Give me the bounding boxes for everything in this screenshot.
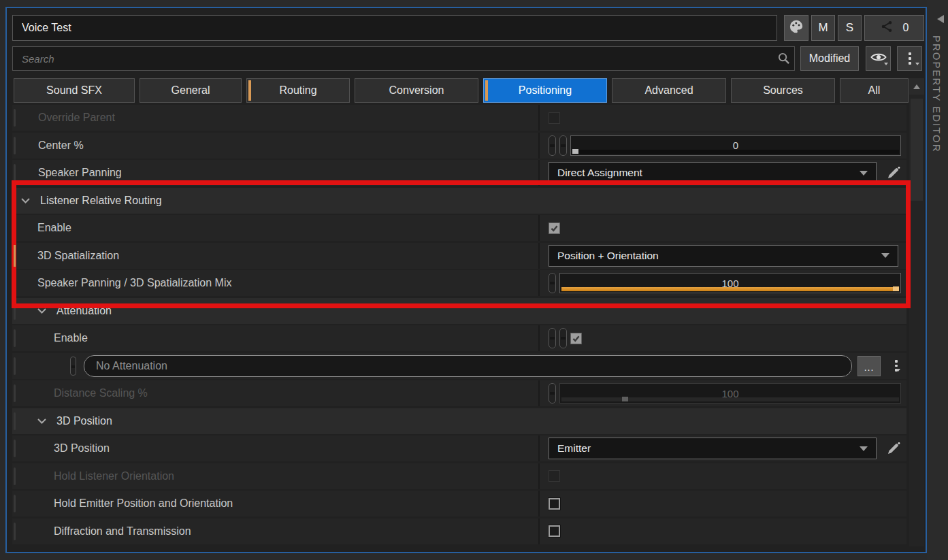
row-distance-scaling: Distance Scaling % 100 [12,380,906,406]
solo-button[interactable]: S [838,15,862,41]
chevron-down-icon [896,369,900,374]
row-center-pct: Center % 0 [12,133,906,159]
slider-handle [622,397,628,401]
row-grip [14,495,16,512]
tab-positioning[interactable]: Positioning [483,78,607,103]
row-grip [14,523,16,540]
row-grip [14,384,16,402]
hold-emitter-checkbox[interactable] [549,498,560,510]
panel-tab-strip: PROPERTY EDITOR [927,0,948,560]
row-hold-emitter: Hold Emitter Position and Orientation [12,491,906,516]
chevron-down-icon [881,253,889,258]
search-input[interactable] [12,46,795,71]
chevron-down-icon[interactable] [37,418,47,425]
tab-general[interactable]: General [140,78,242,103]
slider-grip-icon[interactable] [549,273,556,293]
slider-grip-icon[interactable] [559,328,567,348]
browse-button[interactable]: ... [857,356,881,376]
row-lrr-enable: Enable [12,215,906,241]
references-icon [880,20,894,36]
chevron-down-icon[interactable] [37,308,47,314]
up-triangle-icon [913,81,920,89]
slider-grip-icon[interactable] [70,357,76,376]
panning-mix-label: Speaker Panning / 3D Spatialization Mix [37,277,232,289]
attenuation-reference-field[interactable]: No Attenuation [84,355,852,377]
tab-routing[interactable]: Routing [246,78,350,103]
references-button[interactable]: 0 [864,15,924,41]
edit-pencil-icon[interactable] [886,441,901,456]
slider-track [572,150,899,154]
object-name-input[interactable] [12,15,777,41]
visibility-button[interactable] [866,46,891,71]
collapse-panel-icon[interactable] [933,15,944,23]
modified-property-marker [14,245,16,267]
diffraction-transmission-label: Diffraction and Transmission [54,525,191,538]
row-attenuation-reference: No Attenuation ... [12,353,906,379]
section-3d-position: 3D Position [12,408,906,434]
attenuation-reference-value: No Attenuation [96,360,167,372]
hold-listener-orientation-checkbox[interactable] [549,470,560,482]
tab-sound-sfx[interactable]: Sound SFX [14,78,135,103]
tab-conversion[interactable]: Conversion [355,78,478,103]
row-grip [14,109,16,127]
chevron-down-icon [860,446,868,451]
diffraction-transmission-checkbox[interactable] [549,525,560,537]
slider-grip-icon[interactable] [559,135,567,156]
speaker-panning-value: Direct Assignment [557,167,642,179]
row-panning-mix: Speaker Panning / 3D Spatialization Mix … [12,270,906,296]
row-grip [14,219,16,237]
slider-handle[interactable] [572,149,578,154]
color-palette-button[interactable] [784,15,808,41]
row-grip [14,412,16,430]
row-grip [14,357,16,375]
search-icon [777,52,790,67]
palette-icon [789,19,804,37]
tab-advanced[interactable]: Advanced [612,78,726,103]
attenuation-options-button[interactable] [890,356,902,376]
edit-pencil-icon[interactable] [886,165,901,180]
slider-handle[interactable] [893,286,899,291]
attenuation-label: Attenuation [56,305,112,317]
chevron-down-icon[interactable] [20,197,31,204]
section-listener-relative-routing: Listener Relative Routing [12,188,906,214]
slider-grip-icon[interactable] [549,383,556,403]
panel-title-vertical: PROPERTY EDITOR [931,35,943,153]
slider-grip-icon[interactable] [549,328,556,348]
speaker-panning-select[interactable]: Direct Assignment [549,162,877,184]
row-attenuation-enable: Enable [12,325,906,351]
section-attenuation: Attenuation [12,298,906,324]
center-pct-label: Center % [38,139,84,152]
row-override-parent: Override Parent [12,105,906,131]
more-options-button[interactable] [897,46,922,71]
vertical-scrollbar[interactable] [909,78,924,546]
row-grip [14,302,16,320]
mute-button[interactable]: M [811,15,835,41]
row-grip [14,329,16,347]
override-parent-checkbox[interactable] [549,112,560,124]
scrollbar-thumb[interactable] [911,99,923,201]
tab-bar: Sound SFX General Routing Conversion Pos… [14,78,909,103]
row-grip [14,192,16,210]
center-pct-slider[interactable]: 0 [570,135,901,156]
tab-all[interactable]: All [840,78,909,103]
distance-scaling-label: Distance Scaling % [54,387,148,399]
panning-mix-slider[interactable]: 100 [559,273,901,293]
attenuation-enable-checkbox[interactable] [570,333,582,344]
scroll-up-button[interactable] [909,78,924,95]
tab-sources[interactable]: Sources [731,78,835,103]
filter-modified-button[interactable]: Modified [800,46,859,71]
slider-grip-icon[interactable] [549,135,556,156]
reference-count: 0 [903,22,909,34]
kebab-menu-icon [909,52,911,65]
lrr-enable-checkbox[interactable] [549,223,560,234]
row-grip [14,440,16,457]
chevron-down-icon [915,63,919,67]
override-parent-label: Override Parent [38,112,115,124]
row-3d-spatialization: 3D Spatialization Position + Orientation [12,243,906,269]
row-grip [14,274,16,292]
3d-position-value: Emitter [557,442,591,455]
hold-emitter-label: Hold Emitter Position and Orientation [54,497,233,510]
3d-position-select[interactable]: Emitter [549,438,877,459]
distance-scaling-slider: 100 [559,383,901,403]
3d-spatialization-select[interactable]: Position + Orientation [549,245,898,267]
